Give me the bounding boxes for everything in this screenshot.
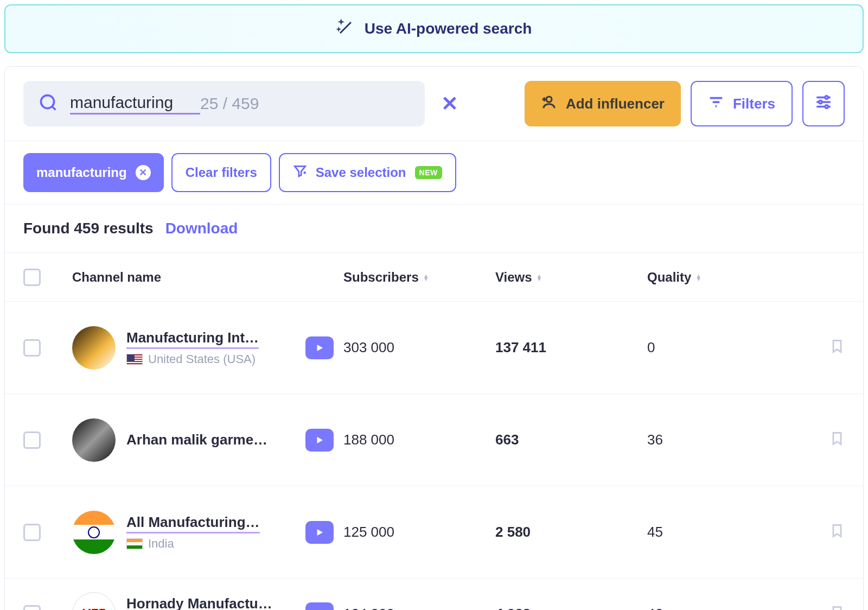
funnel-icon — [293, 164, 307, 181]
table-row: Manufacturing Int… United States (USA) 3… — [5, 302, 863, 394]
cell-quality: 0 — [647, 339, 767, 356]
channel-location: United States (USA) — [126, 352, 259, 366]
clear-filters-label: Clear filters — [186, 165, 257, 180]
svg-point-13 — [825, 105, 828, 108]
cell-subs: 188 000 — [343, 431, 495, 448]
search-group: 25 / 459 ✕ — [23, 81, 462, 126]
row-checkbox[interactable] — [23, 524, 41, 541]
channel-cell[interactable]: Arhan malik garme… — [72, 418, 305, 462]
filter-tag-label: manufacturing — [36, 165, 127, 180]
settings-sliders-button[interactable] — [802, 81, 845, 126]
download-link[interactable]: Download — [165, 220, 238, 237]
channel-avatar — [72, 511, 116, 554]
results-count: Found 459 results — [23, 220, 154, 237]
flag-icon — [126, 354, 143, 365]
play-button[interactable] — [305, 602, 334, 610]
filter-chips-row: manufacturing ✕ Clear filters Save selec… — [5, 141, 863, 205]
cell-quality: 36 — [647, 431, 767, 448]
add-influencer-label: Add influencer — [566, 96, 665, 112]
cell-views: 4 028 — [495, 606, 647, 611]
col-channel-name: Channel name — [72, 270, 305, 285]
save-selection-label: Save selection — [316, 165, 406, 180]
channel-cell[interactable]: All Manufacturing… India — [72, 511, 305, 554]
row-checkbox[interactable] — [23, 605, 41, 610]
new-badge: NEW — [415, 166, 442, 179]
bookmark-button[interactable] — [829, 522, 845, 543]
wand-icon — [336, 18, 355, 40]
channel-cell[interactable]: Manufacturing Int… United States (USA) — [72, 326, 305, 370]
channel-location: India — [126, 537, 260, 551]
row-checkbox[interactable] — [23, 431, 41, 449]
add-person-icon — [541, 94, 557, 114]
remove-filter-icon[interactable]: ✕ — [136, 165, 151, 180]
table-row: All Manufacturing… India 125 0002 58045 — [5, 486, 863, 579]
row-checkbox[interactable] — [23, 339, 41, 357]
cell-subs: 124 000 — [343, 606, 495, 611]
toolbar: 25 / 459 ✕ Add influencer Filters — [5, 67, 863, 141]
sort-icon: ▲▼ — [423, 274, 429, 281]
play-button[interactable] — [305, 521, 334, 544]
table-row: Arhan malik garme… 188 00066336 — [5, 394, 863, 486]
filters-label: Filters — [733, 96, 775, 112]
table-body: Manufacturing Int… United States (USA) 3… — [5, 302, 863, 610]
col-subscribers[interactable]: Subscribers▲▼ — [343, 270, 495, 285]
filters-button[interactable]: Filters — [691, 81, 793, 126]
cell-subs: 125 000 — [343, 524, 495, 541]
country-label: United States (USA) — [148, 352, 256, 366]
search-box[interactable]: 25 / 459 — [23, 81, 425, 126]
channel-avatar — [72, 326, 116, 370]
filter-lines-icon — [708, 94, 724, 114]
col-quality[interactable]: Quality▲▼ — [647, 270, 767, 285]
sort-icon: ▲▼ — [695, 274, 701, 281]
channel-cell[interactable]: H75 Hornady Manufactu… United States (US… — [72, 592, 305, 610]
play-button[interactable] — [305, 429, 334, 452]
cell-views: 2 580 — [495, 524, 647, 541]
select-all-checkbox[interactable] — [23, 269, 41, 286]
bookmark-button[interactable] — [829, 429, 845, 450]
svg-line-1 — [52, 106, 56, 110]
search-icon — [39, 93, 58, 115]
cell-subs: 303 000 — [343, 339, 495, 356]
bookmark-button[interactable] — [829, 337, 845, 358]
channel-avatar: H75 — [72, 592, 116, 610]
svg-point-11 — [819, 100, 822, 104]
save-selection-button[interactable]: Save selection NEW — [279, 153, 456, 192]
sort-icon: ▲▼ — [537, 274, 542, 281]
svg-point-0 — [41, 95, 54, 108]
clear-search-button[interactable]: ✕ — [438, 88, 462, 119]
play-button[interactable] — [305, 336, 334, 359]
main-card: 25 / 459 ✕ Add influencer Filters — [4, 66, 864, 610]
cell-views: 137 411 — [495, 339, 647, 356]
filter-tag-chip[interactable]: manufacturing ✕ — [23, 153, 164, 192]
channel-name: Manufacturing Int… — [126, 329, 259, 349]
table-row: H75 Hornady Manufactu… United States (US… — [5, 579, 863, 610]
channel-avatar — [72, 418, 116, 462]
search-count: 25 / 459 — [200, 94, 259, 113]
channel-name: Hornady Manufactu… — [126, 595, 272, 610]
flag-icon — [126, 538, 143, 549]
results-header: Found 459 results Download — [5, 205, 863, 253]
channel-name: Arhan malik garme… — [126, 431, 267, 448]
cell-views: 663 — [495, 431, 647, 448]
country-label: India — [148, 537, 174, 551]
ai-banner-label: Use AI-powered search — [365, 20, 532, 37]
sliders-icon — [814, 93, 833, 115]
bookmark-button[interactable] — [829, 603, 845, 611]
channel-name: All Manufacturing… — [126, 514, 260, 533]
search-input[interactable] — [70, 93, 200, 115]
cell-quality: 45 — [647, 524, 767, 541]
col-views[interactable]: Views▲▼ — [495, 270, 647, 285]
table-header: Channel name Subscribers▲▼ Views▲▼ Quali… — [5, 253, 863, 302]
clear-filters-button[interactable]: Clear filters — [171, 153, 271, 192]
svg-point-9 — [825, 96, 828, 99]
svg-point-2 — [546, 97, 552, 102]
add-influencer-button[interactable]: Add influencer — [525, 81, 681, 126]
cell-quality: 46 — [647, 606, 767, 611]
ai-search-banner[interactable]: Use AI-powered search — [4, 4, 864, 53]
